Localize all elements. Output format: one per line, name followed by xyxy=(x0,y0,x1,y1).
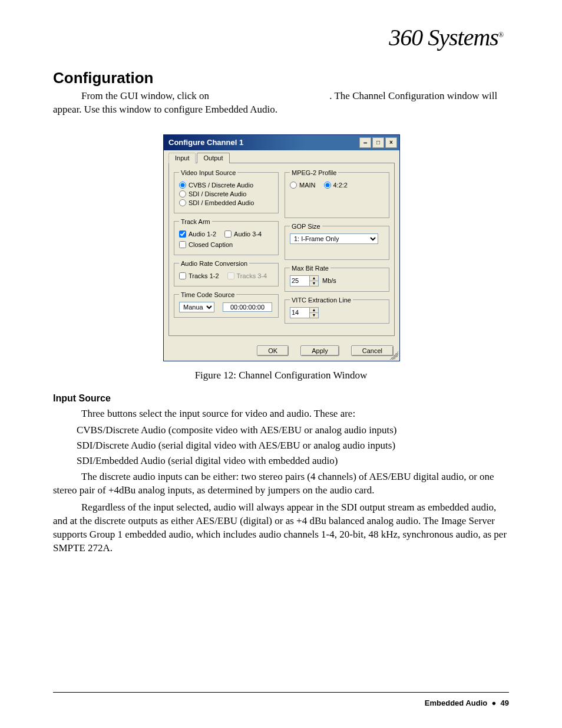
check-label: Tracks 1-2 xyxy=(189,272,219,279)
vitc-group: VITC Extraction Line ▲ ▼ xyxy=(285,297,389,324)
time-code-value[interactable] xyxy=(223,302,272,312)
figure-caption: Figure 12: Channel Configuration Window xyxy=(53,370,509,381)
bitrate-down[interactable]: ▼ xyxy=(310,281,318,286)
logo-text: 360 Systems xyxy=(389,24,498,51)
check-audio-3-4[interactable] xyxy=(224,230,232,238)
group-legend: Audio Rate Conversion xyxy=(179,260,249,267)
option-sdi-discrete: SDI/Discrete Audio (serial digital video… xyxy=(77,440,509,452)
option-cvbs: CVBS/Discrete Audio (composite video wit… xyxy=(77,424,509,436)
intro-part1: From the GUI window, click on xyxy=(81,90,209,101)
group-legend: Time Code Source xyxy=(179,291,236,298)
vitc-input[interactable] xyxy=(290,307,310,318)
radio-sdi-discrete[interactable] xyxy=(179,190,186,197)
gop-size-group: GOP Size 1: I-Frame Only xyxy=(285,223,389,260)
resize-grip-icon[interactable] xyxy=(390,351,398,360)
group-legend: VITC Extraction Line xyxy=(290,297,353,304)
intro-paragraph: From the GUI window, click on . The Chan… xyxy=(53,90,509,117)
group-legend: GOP Size xyxy=(290,223,322,230)
radio-sdi-embedded[interactable] xyxy=(179,199,186,206)
mpeg2-profile-group: MPEG-2 Profile MAIN 4:2:2 xyxy=(285,169,389,218)
footer-rule xyxy=(53,692,509,693)
configure-channel-dialog: Configure Channel 1 ‒ □ × Input Output xyxy=(163,134,400,361)
check-closed-caption[interactable] xyxy=(179,241,186,248)
bitrate-input[interactable] xyxy=(290,275,310,286)
radio-label: SDI / Discrete Audio xyxy=(189,190,246,197)
tab-output[interactable]: Output xyxy=(197,153,229,163)
page-footer: Embedded Audio ● 49 xyxy=(425,699,509,707)
max-bit-rate-group: Max Bit Rate ▲ ▼ Mb/ xyxy=(285,265,389,292)
tab-content: Video Input Source CVBS / Discrete Audio… xyxy=(168,163,395,336)
check-tracks-1-2[interactable] xyxy=(179,272,186,279)
discrete-audio-paragraph: The discrete audio inputs can be either:… xyxy=(53,470,509,498)
radio-main[interactable] xyxy=(290,182,297,189)
minimize-button[interactable]: ‒ xyxy=(359,137,371,148)
group-legend: Track Arm xyxy=(179,218,212,225)
group-legend: Video Input Source xyxy=(179,169,237,176)
radio-422[interactable] xyxy=(324,182,331,189)
input-source-intro: Three buttons select the input source fo… xyxy=(53,407,509,421)
option-sdi-embedded: SDI/Embedded Audio (serial digital video… xyxy=(77,455,509,467)
check-label: Tracks 3-4 xyxy=(237,272,267,279)
video-input-source-group: Video Input Source CVBS / Discrete Audio… xyxy=(174,169,279,213)
close-button[interactable]: × xyxy=(385,137,397,148)
dialog-title: Configure Channel 1 xyxy=(168,138,243,147)
gop-size-select[interactable]: 1: I-Frame Only xyxy=(290,233,378,244)
dialog-titlebar[interactable]: Configure Channel 1 ‒ □ × xyxy=(164,135,399,150)
check-tracks-3-4 xyxy=(227,272,234,279)
page-title: Configuration xyxy=(53,69,509,87)
sdi-output-paragraph: Regardless of the input selected, audio … xyxy=(53,501,509,555)
group-legend: Max Bit Rate xyxy=(290,265,330,272)
radio-cvbs-discrete[interactable] xyxy=(179,182,186,189)
track-arm-group: Track Arm Audio 1-2 Audio 3-4 xyxy=(174,218,279,255)
check-label: Closed Caption xyxy=(189,241,233,248)
ok-button[interactable]: OK xyxy=(257,345,289,356)
radio-label: SDI / Embedded Audio xyxy=(189,199,254,206)
time-code-mode-select[interactable]: Manual xyxy=(179,302,214,312)
vitc-down[interactable]: ▼ xyxy=(310,313,318,318)
check-label: Audio 1-2 xyxy=(189,230,216,238)
bitrate-up[interactable]: ▲ xyxy=(310,276,318,281)
time-code-source-group: Time Code Source Manual xyxy=(174,291,279,318)
input-source-heading: Input Source xyxy=(53,393,509,404)
brand-logo: 360 Systems® xyxy=(53,24,509,51)
registered-mark: ® xyxy=(498,31,503,39)
check-label: Audio 3-4 xyxy=(234,230,262,238)
apply-button[interactable]: Apply xyxy=(300,345,339,356)
check-audio-1-2[interactable] xyxy=(179,230,186,238)
radio-label: 4:2:2 xyxy=(333,182,348,189)
footer-section: Embedded Audio xyxy=(425,699,487,707)
cancel-button[interactable]: Cancel xyxy=(351,345,394,356)
bitrate-unit: Mb/s xyxy=(322,277,336,284)
group-legend: MPEG-2 Profile xyxy=(290,169,338,176)
vitc-up[interactable]: ▲ xyxy=(310,308,318,313)
footer-page-number: 49 xyxy=(501,699,509,707)
maximize-button[interactable]: □ xyxy=(372,137,384,148)
radio-label: CVBS / Discrete Audio xyxy=(189,182,253,189)
footer-bullet-icon: ● xyxy=(491,699,496,707)
audio-rate-conversion-group: Audio Rate Conversion Tracks 1-2 Tracks … xyxy=(174,260,279,286)
tab-input[interactable]: Input xyxy=(168,153,196,163)
radio-label: MAIN xyxy=(299,182,316,189)
